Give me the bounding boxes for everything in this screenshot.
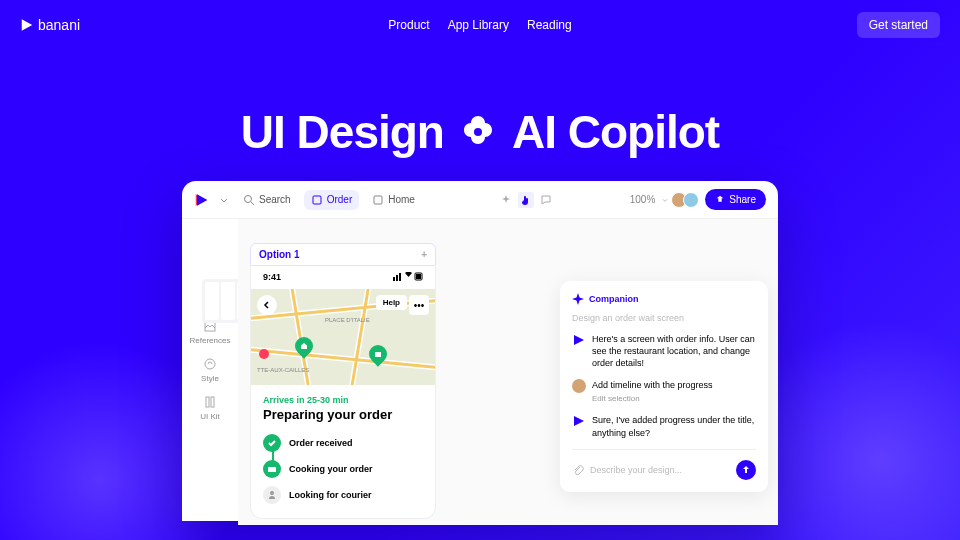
sidebar-uikit-label: UI Kit xyxy=(200,412,220,421)
flower-icon xyxy=(458,112,498,152)
arrival-time: Arrives in 25-30 min xyxy=(263,395,423,405)
svg-rect-7 xyxy=(211,397,214,407)
step-label: Cooking your order xyxy=(289,464,373,474)
zoom-level[interactable]: 100% xyxy=(630,194,656,205)
share-label: Share xyxy=(729,194,756,205)
check-icon xyxy=(267,438,277,448)
svg-rect-14 xyxy=(268,467,276,472)
step-courier: Looking for courier xyxy=(263,482,423,508)
map-more-button[interactable]: ••• xyxy=(409,295,429,315)
companion-placeholder: Describe your design... xyxy=(590,465,682,475)
message-text: Add timeline with the progress xyxy=(592,380,713,390)
option-tab[interactable]: Option 1 + xyxy=(250,243,436,266)
step-received: Order received xyxy=(263,430,423,456)
message-text: Sure, I've added progress under the titl… xyxy=(592,414,756,438)
companion-title-label: Companion xyxy=(589,294,639,304)
home-icon xyxy=(372,194,384,206)
tab-search-label: Search xyxy=(259,194,291,205)
map-view[interactable]: Help ••• PLACE D'ITALIE TTE-AUX-CAILLES xyxy=(251,289,435,385)
ai-avatar-icon xyxy=(572,414,586,428)
message-text: Here's a screen with order info. User ca… xyxy=(592,333,756,369)
search-icon xyxy=(243,194,255,206)
nav-product[interactable]: Product xyxy=(388,18,429,32)
sparkle-icon[interactable] xyxy=(500,194,512,206)
svg-rect-12 xyxy=(416,274,421,279)
companion-message: Here's a screen with order info. User ca… xyxy=(572,333,756,369)
svg-point-15 xyxy=(270,491,274,495)
person-icon xyxy=(267,490,277,500)
sidebar-uikit[interactable]: UI Kit xyxy=(200,395,220,421)
svg-point-0 xyxy=(474,128,482,136)
collaborator-avatars[interactable] xyxy=(675,192,699,208)
step-label: Order received xyxy=(289,438,353,448)
step-label: Looking for courier xyxy=(289,490,372,500)
companion-panel: Companion Design an order wait screen He… xyxy=(560,281,768,492)
tab-order-label: Order xyxy=(327,194,353,205)
svg-point-1 xyxy=(245,195,252,202)
ai-avatar-icon xyxy=(572,333,586,347)
chevron-down-icon[interactable] xyxy=(661,194,669,206)
get-started-button[interactable]: Get started xyxy=(857,12,940,38)
map-place-label: PLACE D'ITALIE xyxy=(325,317,370,323)
sidebar-style[interactable]: Style xyxy=(201,357,219,383)
phone-time: 9:41 xyxy=(263,272,281,283)
message-sub: Edit selection xyxy=(592,394,713,405)
uikit-icon xyxy=(203,395,217,409)
companion-message: Add timeline with the progressEdit selec… xyxy=(572,379,756,404)
hero-title: UI Design AI Copilot xyxy=(0,105,960,159)
chevron-down-icon[interactable] xyxy=(218,194,230,206)
svg-rect-6 xyxy=(206,397,209,407)
sidebar-style-label: Style xyxy=(201,374,219,383)
step-cooking: Cooking your order xyxy=(263,456,423,482)
nav-reading[interactable]: Reading xyxy=(527,18,572,32)
map-back-button[interactable] xyxy=(257,295,277,315)
style-icon xyxy=(203,357,217,371)
phone-status-icons xyxy=(393,272,423,283)
restaurant-icon xyxy=(267,464,277,474)
tab-search[interactable]: Search xyxy=(236,190,298,210)
hero-right: AI Copilot xyxy=(512,105,719,159)
send-button[interactable] xyxy=(736,460,756,480)
share-button[interactable]: Share xyxy=(705,189,766,210)
option-tab-label: Option 1 xyxy=(259,249,300,260)
sidebar-references-label: References xyxy=(190,336,231,345)
sparkle-icon xyxy=(572,293,584,305)
attachment-icon[interactable] xyxy=(572,464,584,476)
svg-rect-2 xyxy=(313,196,321,204)
brand-logo[interactable]: banani xyxy=(20,17,80,33)
arrow-up-icon xyxy=(741,465,751,475)
map-help-button[interactable]: Help xyxy=(376,295,407,310)
tab-order[interactable]: Order xyxy=(304,190,360,210)
order-icon xyxy=(311,194,323,206)
companion-input[interactable]: Describe your design... xyxy=(572,449,756,480)
app-window: Search Order Home 100% Share xyxy=(182,181,778,521)
nav-app-library[interactable]: App Library xyxy=(448,18,509,32)
order-status-title: Preparing your order xyxy=(263,407,423,422)
user-avatar xyxy=(572,379,586,393)
companion-hint: Design an order wait screen xyxy=(572,313,756,323)
svg-point-5 xyxy=(205,359,215,369)
app-logo-icon xyxy=(194,193,208,207)
brand-name: banani xyxy=(38,17,80,33)
map-place-label: TTE-AUX-CAILLES xyxy=(257,367,309,373)
svg-rect-9 xyxy=(396,275,398,281)
map-dot xyxy=(259,349,269,359)
svg-rect-10 xyxy=(399,273,401,281)
add-option-icon[interactable]: + xyxy=(421,249,427,260)
share-icon xyxy=(715,195,725,205)
tab-home-label: Home xyxy=(388,194,415,205)
comment-icon[interactable] xyxy=(540,194,552,206)
hero-left: UI Design xyxy=(241,105,444,159)
phone-mockup: 9:41 Help ••• PLACE D'ITALIE TTE-AUX-CAI… xyxy=(250,266,436,519)
svg-rect-13 xyxy=(375,352,381,357)
svg-rect-8 xyxy=(393,277,395,281)
hand-icon[interactable] xyxy=(518,192,534,208)
companion-message: Sure, I've added progress under the titl… xyxy=(572,414,756,438)
tab-home[interactable]: Home xyxy=(365,190,422,210)
companion-title: Companion xyxy=(572,293,756,305)
svg-rect-3 xyxy=(374,196,382,204)
